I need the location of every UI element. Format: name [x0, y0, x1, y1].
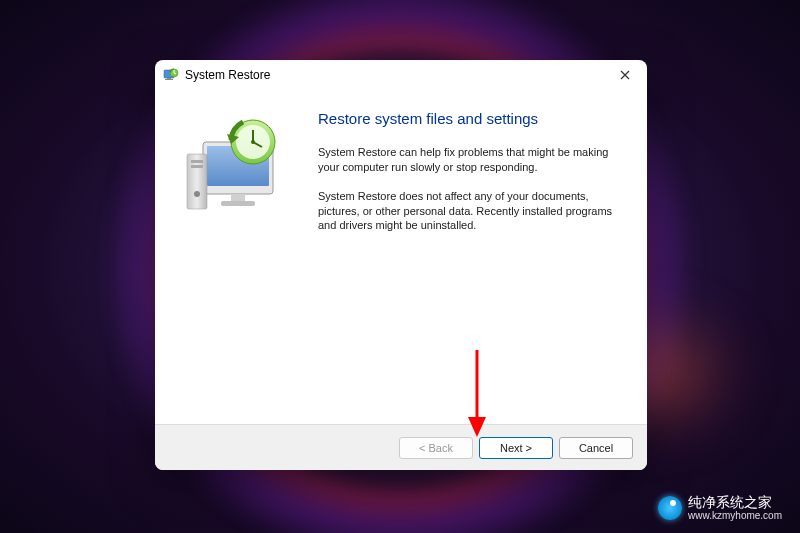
wizard-heading: Restore system files and settings: [318, 110, 627, 127]
svg-rect-6: [231, 194, 245, 202]
close-button[interactable]: [607, 63, 643, 87]
watermark: 纯净系统之家 www.kzmyhome.com: [658, 495, 782, 521]
svg-point-16: [251, 140, 255, 144]
button-row: < Back Next > Cancel: [155, 424, 647, 470]
content-area: Restore system files and settings System…: [155, 90, 647, 424]
titlebar: System Restore: [155, 60, 647, 90]
watermark-brand: 纯净系统之家: [688, 495, 782, 510]
intro-paragraph-1: System Restore can help fix problems tha…: [318, 145, 627, 175]
close-icon: [620, 70, 630, 80]
wizard-illustration: [175, 98, 310, 424]
svg-point-11: [194, 191, 200, 197]
dialog-title: System Restore: [185, 68, 607, 82]
next-button[interactable]: Next >: [479, 437, 553, 459]
system-restore-icon: [163, 67, 179, 83]
watermark-url: www.kzmyhome.com: [688, 510, 782, 521]
system-restore-dialog: System Restore: [155, 60, 647, 470]
svg-rect-1: [167, 78, 171, 79]
cancel-button[interactable]: Cancel: [559, 437, 633, 459]
svg-rect-9: [191, 160, 203, 163]
svg-rect-7: [221, 201, 255, 206]
intro-paragraph-2: System Restore does not affect any of yo…: [318, 189, 627, 234]
back-button: < Back: [399, 437, 473, 459]
svg-rect-10: [191, 165, 203, 168]
content-text: Restore system files and settings System…: [310, 98, 627, 424]
watermark-logo-icon: [658, 496, 682, 520]
svg-rect-2: [165, 79, 173, 80]
